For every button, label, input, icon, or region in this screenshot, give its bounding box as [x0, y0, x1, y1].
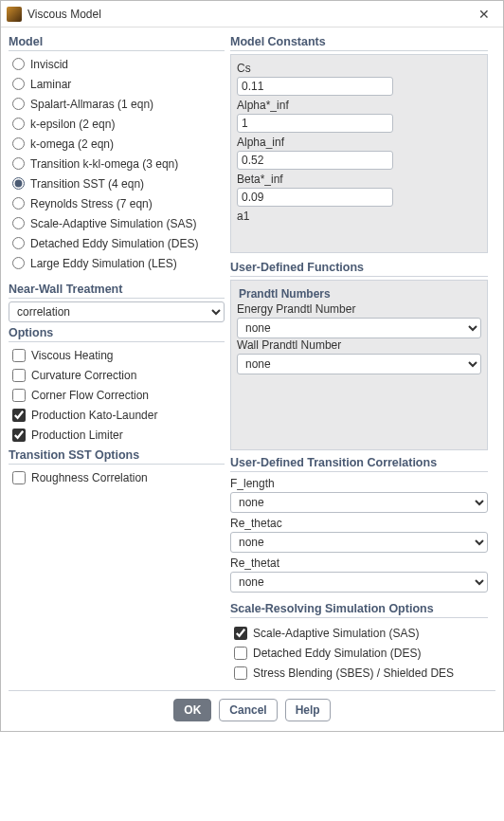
model-radio[interactable]: [12, 177, 25, 190]
model-radio-label: Transition SST (4 eqn): [30, 177, 144, 191]
option-checkbox[interactable]: [12, 369, 26, 382]
option-row: Production Limiter: [9, 425, 225, 445]
app-icon: [7, 7, 22, 22]
option-row: Curvature Correction: [9, 365, 225, 385]
udtc-label: Re_thetac: [230, 517, 488, 530]
model-radio-label: Spalart-Allmaras (1 eqn): [30, 98, 153, 111]
model-radio[interactable]: [12, 137, 25, 150]
viscous-model-dialog: Viscous Model ✕ Model InviscidLaminarSpa…: [0, 0, 504, 732]
option-label: Viscous Heating: [31, 349, 114, 362]
near-wall-title: Near-Wall Treatment: [9, 283, 225, 299]
udf-select[interactable]: none: [237, 318, 481, 338]
srs-option-label: Stress Blending (SBES) / Shielded DES: [253, 666, 454, 680]
model-radio[interactable]: [12, 157, 25, 170]
udtc-box: F_lengthnoneRe_thetacnoneRe_thetatnone: [230, 475, 488, 600]
model-radio-label: Inviscid: [30, 58, 68, 71]
udf-title: User-Defined Functions: [230, 261, 488, 277]
constant-label: Alpha*_inf: [237, 99, 481, 112]
option-checkbox[interactable]: [12, 409, 26, 422]
model-radio[interactable]: [12, 118, 25, 130]
model-radio-row: Spalart-Allmaras (1 eqn): [9, 94, 225, 114]
constant-label: a1: [237, 210, 481, 223]
model-radio-row: k-epsilon (2 eqn): [9, 114, 225, 134]
model-radio[interactable]: [12, 257, 25, 269]
footer: OK Cancel Help: [1, 691, 503, 731]
constant-label: Alpha_inf: [237, 136, 481, 149]
srs-option-row: Stress Blending (SBES) / Shielded DES: [230, 663, 488, 683]
model-radio-label: Detached Eddy Simulation (DES): [30, 237, 198, 250]
udf-select[interactable]: none: [237, 354, 481, 374]
udtc-select[interactable]: none: [230, 492, 488, 513]
near-wall-select[interactable]: correlation: [9, 301, 225, 322]
constant-input[interactable]: [237, 77, 393, 96]
tsst-option-row: Roughness Correlation: [9, 467, 225, 487]
model-radio-row: Large Eddy Simulation (LES): [9, 253, 225, 273]
udtc-select[interactable]: none: [230, 532, 488, 553]
srs-option-row: Scale-Adaptive Simulation (SAS): [230, 623, 488, 643]
model-radio-label: Scale-Adaptive Simulation (SAS): [30, 217, 196, 230]
udf-box: Prandtl Numbers Energy Prandtl Numbernon…: [230, 280, 488, 450]
options-group: Viscous HeatingCurvature CorrectionCorne…: [9, 345, 225, 445]
option-label: Curvature Correction: [31, 369, 136, 382]
option-label: Production Kato-Launder: [31, 409, 157, 422]
model-radio-label: Transition k-kl-omega (3 eqn): [30, 157, 178, 171]
constant-input[interactable]: [237, 151, 393, 170]
option-row: Corner Flow Correction: [9, 385, 225, 405]
constants-scroll[interactable]: CsAlpha*_infAlpha_infBeta*_infa1: [230, 54, 488, 253]
constant-input[interactable]: [237, 114, 393, 133]
model-radio[interactable]: [12, 58, 25, 70]
model-radio-label: Laminar: [30, 78, 71, 91]
model-radio[interactable]: [12, 197, 25, 210]
constant-label: Beta*_inf: [237, 173, 481, 186]
model-radio-row: Reynolds Stress (7 eqn): [9, 193, 225, 213]
model-radio-row: Transition k-kl-omega (3 eqn): [9, 154, 225, 173]
option-checkbox[interactable]: [12, 349, 26, 362]
srs-title: Scale-Resolving Simulation Options: [230, 602, 488, 618]
ok-button[interactable]: OK: [173, 699, 211, 721]
srs-box: Scale-Adaptive Simulation (SAS)Detached …: [230, 621, 488, 684]
option-row: Production Kato-Launder: [9, 405, 225, 425]
constant-input[interactable]: [237, 188, 393, 207]
model-radio[interactable]: [12, 217, 25, 229]
prandtl-title: Prandtl Numbers: [239, 287, 481, 301]
model-radio-row: Detached Eddy Simulation (DES): [9, 233, 225, 253]
model-title: Model: [9, 35, 225, 51]
srs-option-checkbox[interactable]: [234, 627, 247, 640]
close-icon[interactable]: ✕: [471, 7, 497, 22]
model-radio-label: k-omega (2 eqn): [30, 137, 114, 151]
srs-option-label: Detached Eddy Simulation (DES): [253, 647, 421, 660]
udtc-title: User-Defined Transition Correlations: [230, 456, 488, 472]
constants-title: Model Constants: [230, 35, 488, 51]
srs-option-checkbox[interactable]: [234, 647, 247, 660]
constant-label: Cs: [237, 62, 481, 75]
model-radio-label: Reynolds Stress (7 eqn): [30, 197, 153, 210]
help-button[interactable]: Help: [285, 699, 331, 721]
titlebar: Viscous Model ✕: [1, 1, 503, 27]
srs-option-label: Scale-Adaptive Simulation (SAS): [253, 627, 419, 640]
window-title: Viscous Model: [27, 8, 471, 21]
udf-label: Wall Prandtl Number: [237, 338, 481, 352]
udtc-label: Re_thetat: [230, 556, 488, 570]
options-title: Options: [9, 326, 225, 342]
model-radio-row: Scale-Adaptive Simulation (SAS): [9, 213, 225, 233]
srs-option-checkbox[interactable]: [234, 666, 247, 680]
tsst-group: Roughness Correlation: [9, 467, 225, 487]
model-radio-row: k-omega (2 eqn): [9, 134, 225, 154]
cancel-button[interactable]: Cancel: [219, 699, 277, 721]
tsst-option-checkbox[interactable]: [12, 471, 26, 484]
model-radio[interactable]: [12, 237, 25, 249]
option-checkbox[interactable]: [12, 429, 26, 442]
option-label: Production Limiter: [31, 429, 123, 442]
model-radio-row: Transition SST (4 eqn): [9, 173, 225, 193]
option-checkbox[interactable]: [12, 389, 26, 402]
tsst-option-label: Roughness Correlation: [31, 471, 148, 484]
srs-option-row: Detached Eddy Simulation (DES): [230, 643, 488, 663]
option-label: Corner Flow Correction: [31, 389, 149, 402]
model-radio-label: k-epsilon (2 eqn): [30, 118, 115, 131]
model-radio[interactable]: [12, 98, 25, 110]
udf-label: Energy Prandtl Number: [237, 302, 481, 316]
udtc-select[interactable]: none: [230, 572, 488, 593]
tsst-title: Transition SST Options: [9, 448, 225, 465]
udtc-label: F_length: [230, 477, 488, 490]
model-radio[interactable]: [12, 78, 25, 90]
